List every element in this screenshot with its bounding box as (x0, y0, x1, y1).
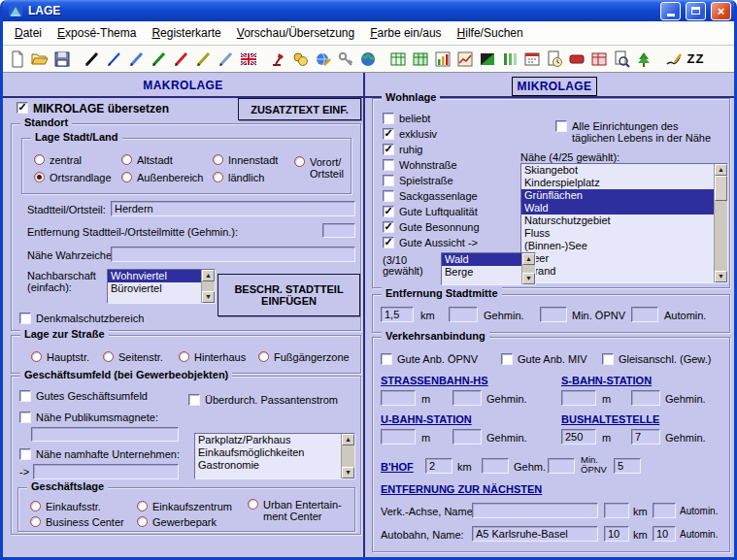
globe-edit-icon[interactable] (312, 48, 334, 71)
menu-expose-thema[interactable]: Exposé-Thema (50, 23, 144, 43)
list-item[interactable]: Strand (521, 265, 714, 278)
list-item[interactable]: Grünflächen (521, 189, 714, 202)
verkehrsachse-automin-input[interactable] (653, 503, 676, 518)
clock-page-icon[interactable] (543, 48, 565, 71)
stadtteil-input[interactable] (111, 201, 355, 216)
namhafte-unternehmen-input[interactable] (33, 464, 179, 479)
scroll-thumb[interactable] (715, 176, 727, 201)
scroll-track[interactable] (715, 201, 727, 271)
radio-vorort-ortsteil[interactable]: Vorort/Ortsteil (294, 156, 344, 180)
minimize-button[interactable] (660, 2, 681, 20)
verkehrsachse-km-input[interactable] (604, 503, 629, 518)
stadtmitte-oepnv-input[interactable] (540, 307, 567, 322)
checkbox-gute-luftqualitaet[interactable]: ✓Gute Luftqualität (383, 206, 478, 217)
scroll-down-button[interactable]: ▼ (522, 273, 535, 284)
scroll-down-button[interactable]: ▼ (202, 291, 215, 303)
globe-icon[interactable] (356, 48, 379, 71)
title-bar[interactable]: LAGE × (3, 0, 734, 21)
scroll-up-button[interactable]: ▲ (715, 164, 727, 176)
tab-mikrolage[interactable]: MIKROLAGE (512, 77, 597, 96)
pen-green-icon[interactable] (148, 48, 170, 71)
menu-datei[interactable]: Datei (7, 23, 50, 43)
radio-einkaufsstr[interactable]: Einkaufsstr. (30, 501, 101, 512)
bhof-gehmin-input[interactable] (482, 458, 509, 474)
search-document-icon[interactable] (610, 48, 632, 71)
bhof-oepnv-min-input[interactable] (614, 458, 641, 474)
stadtmitte-km-input[interactable] (381, 307, 414, 322)
list-item[interactable]: Berge (442, 266, 521, 279)
radio-laendlich[interactable]: ländlich (213, 172, 264, 183)
sbahn-gehmin-input[interactable] (631, 390, 660, 406)
list-item[interactable]: Skiangebot (521, 164, 714, 177)
pencil-blue-icon[interactable] (103, 48, 125, 71)
open-folder-icon[interactable] (28, 48, 50, 71)
beschr-stadtteil-button[interactable]: BESCHR. STADTTEIL EINFÜGEN (218, 274, 360, 316)
bhof-min-input[interactable] (548, 458, 575, 474)
publikumsmagnete-input[interactable] (31, 427, 179, 442)
stadtmitte-gehmin-input[interactable] (449, 307, 478, 322)
tree-icon[interactable] (632, 48, 654, 71)
menu-registerkarte[interactable]: Registerkarte (144, 23, 228, 43)
radio-urban-entertainment[interactable]: Urban Entertain-ment Center (248, 499, 342, 522)
checkbox-gutes-geschaeftsumfeld[interactable]: Gutes Geschäftsumfeld (19, 390, 148, 402)
list-item[interactable]: Meer (521, 252, 714, 265)
nachbarschaft-listbox[interactable]: Wohnviertel Büroviertel ▲▼ (107, 269, 216, 304)
radio-aussenbereich[interactable]: Außenbereich (121, 172, 204, 183)
calendar-icon[interactable] (520, 48, 543, 71)
close-button[interactable]: × (711, 2, 731, 20)
checkbox-mikrolage-uebersetzen[interactable]: ✓ MIKROLAGE übersetzen (17, 102, 169, 115)
radio-business-center[interactable]: Business Center (30, 516, 124, 528)
verkehrsachse-name-input[interactable] (472, 503, 598, 518)
red-table-icon[interactable] (587, 48, 610, 71)
pen-olive-icon[interactable] (192, 48, 215, 71)
list-item[interactable]: Büroviertel (108, 282, 201, 295)
line-chart-icon[interactable] (453, 48, 476, 71)
checkbox-spielstrasse[interactable]: Spielstraße (383, 175, 453, 186)
save-icon[interactable] (50, 48, 73, 71)
list-item[interactable]: Parkplatz/Parkhaus (195, 434, 341, 446)
table-green-icon[interactable] (386, 48, 409, 71)
autobahn-automin-input[interactable] (653, 526, 676, 542)
zz-icon[interactable]: ZZ (685, 48, 707, 71)
list-item[interactable]: Naturschutzgebiet (521, 214, 714, 227)
naehe-listbox[interactable]: Skiangebot Kinderspielplatz Grünflächen … (520, 163, 728, 283)
aussicht-listbox[interactable]: Wald Berge ▲▼ (441, 252, 536, 285)
bhof-km-input[interactable] (425, 458, 452, 474)
scroll-down-button[interactable]: ▼ (715, 271, 727, 282)
checkbox-exklusiv[interactable]: ✓exklusiv (383, 128, 437, 140)
signature-icon[interactable] (662, 48, 685, 71)
checkbox-wohnstrasse[interactable]: Wohnstraße (383, 159, 457, 171)
checkbox-ruhig[interactable]: ✓ruhig (383, 144, 422, 155)
strassenbahn-m-input[interactable] (381, 390, 416, 406)
list-item[interactable]: Einkaufsmöglichkeiten (195, 446, 341, 459)
radio-seitenstr[interactable]: Seitenstr. (103, 351, 163, 363)
ubahn-m-input[interactable] (381, 429, 416, 445)
pen-red-icon[interactable] (170, 48, 192, 71)
checkbox-gute-anb-oepnv[interactable]: Gute Anb. ÖPNV (381, 353, 478, 365)
scrollbar[interactable]: ▲▼ (521, 253, 535, 284)
columns-icon[interactable] (498, 48, 520, 71)
umfeld-listbox[interactable]: Parkplatz/Parkhaus Einkaufsmöglichkeiten… (194, 433, 355, 479)
red-button-icon[interactable] (565, 48, 587, 71)
radio-einkaufszentrum[interactable]: Einkaufszentrum (137, 501, 232, 512)
checkbox-beliebt[interactable]: beliebt (383, 113, 430, 124)
pen-black-icon[interactable] (81, 48, 103, 71)
radio-altstadt[interactable]: Altstadt (121, 154, 173, 166)
bus-m-input[interactable] (561, 429, 596, 445)
pen-blue-icon[interactable] (125, 48, 148, 71)
pen-steel-icon[interactable] (215, 48, 237, 71)
uk-flag-icon[interactable] (237, 48, 259, 71)
tab-makrolage[interactable]: MAKROLAGE (3, 79, 363, 92)
autobahn-km-input[interactable] (604, 526, 629, 542)
radio-ortsrandlage[interactable]: Ortsrandlage (34, 172, 112, 183)
table-green2-icon[interactable] (409, 48, 431, 71)
bar-chart-icon[interactable] (431, 48, 453, 71)
list-item[interactable]: Wald (442, 253, 521, 266)
list-item[interactable]: Gastronomie (195, 459, 341, 472)
scroll-track[interactable] (342, 445, 354, 467)
menu-hilfe-suchen[interactable]: Hilfe/Suchen (450, 23, 531, 43)
autobahn-name-input[interactable] (472, 526, 598, 542)
radio-hauptstr[interactable]: Hauptstr. (31, 351, 89, 363)
checkbox-alle-einrichtungen[interactable]: Alle Einrichtungen des täglichen Lebens … (555, 120, 722, 144)
list-item[interactable]: Wald (521, 202, 714, 214)
